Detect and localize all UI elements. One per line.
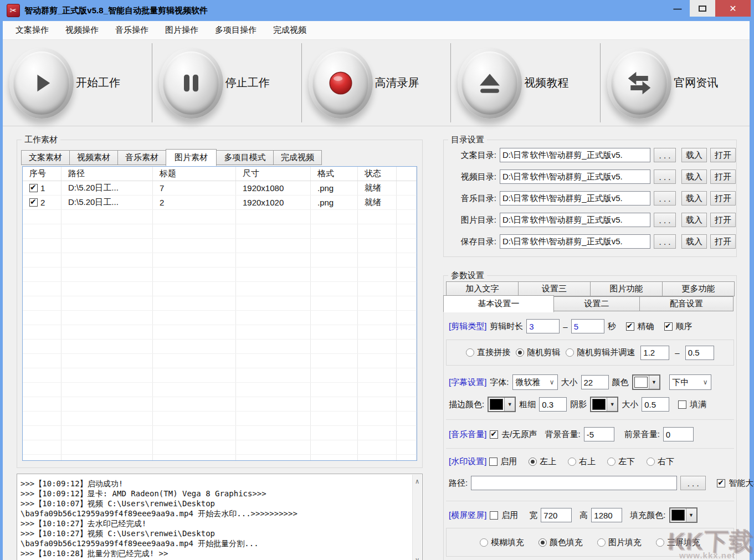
tab-basic-settings-one[interactable]: 基本设置一 (443, 295, 554, 312)
col-index[interactable]: 序号 (23, 167, 61, 181)
col-format[interactable]: 格式 (311, 167, 358, 181)
fill-image-option[interactable]: 图片填充 (597, 537, 642, 548)
tab-multi-project-mode[interactable]: 多项目模式 (216, 150, 274, 165)
fill-blur-option[interactable]: 模糊填充 (480, 537, 524, 548)
tab-finished-video[interactable]: 完成视频 (273, 150, 322, 165)
load-button[interactable]: 载入 (681, 234, 707, 249)
watermark-path-input[interactable] (471, 476, 677, 490)
speed-to-input[interactable] (685, 346, 714, 360)
load-button[interactable]: 载入 (681, 169, 707, 184)
menu-item-copy-ops[interactable]: 文案操作 (7, 25, 57, 35)
video-dir-input[interactable] (500, 169, 650, 184)
radio-image-fill[interactable] (597, 538, 606, 547)
table-row[interactable]: 1 D:\5.20日工... 7 1920x1080 .png 就绪 (23, 181, 417, 196)
mute-checkbox[interactable] (490, 430, 498, 439)
browse-button[interactable]: . . . (654, 213, 676, 227)
radio-random-clip[interactable] (516, 348, 524, 357)
fill-color-option[interactable]: 颜色填充 (538, 537, 583, 548)
mode-random-speed-option[interactable]: 随机剪辑并调速 (566, 347, 635, 358)
col-title[interactable]: 标题 (153, 167, 236, 181)
tab-add-text[interactable]: 加入文字 (446, 281, 519, 296)
browse-button[interactable]: . . . (654, 234, 676, 249)
scroll-up-icon[interactable]: ∧ (415, 476, 419, 486)
screen-height-input[interactable] (591, 508, 622, 522)
menu-item-music-ops[interactable]: 音乐操作 (107, 25, 157, 35)
tab-copy-material[interactable]: 文案素材 (21, 150, 70, 165)
radio-direct-splice[interactable] (466, 348, 474, 357)
table-row[interactable]: 2 D:\5.20日工... 2 1920x1020 .png 就绪 (23, 196, 417, 210)
log-scrollbar[interactable]: ∧ ∨ (412, 475, 422, 560)
minimize-button[interactable]: — (665, 0, 690, 17)
radio-bottom-left[interactable] (607, 458, 615, 466)
menu-item-image-ops[interactable]: 图片操作 (157, 25, 207, 35)
tool-screen-record[interactable]: 高清录屏 (302, 40, 451, 126)
radio-bottom-right[interactable] (647, 458, 655, 466)
tab-more-functions[interactable]: 更多功能 (662, 281, 735, 296)
maximize-button[interactable] (690, 0, 715, 17)
log-output[interactable]: >>>【10:09:12】启动成功! >>>【10:09:12】显卡: AMD … (17, 474, 423, 560)
tab-music-material[interactable]: 音乐素材 (117, 150, 166, 165)
scroll-down-icon[interactable]: ∨ (415, 555, 419, 560)
bg-volume-input[interactable] (584, 427, 614, 441)
accurate-checkbox[interactable] (626, 322, 634, 331)
outline-weight-input[interactable] (539, 397, 567, 412)
menu-item-video-ops[interactable]: 视频操作 (57, 25, 107, 35)
col-path[interactable]: 路径 (61, 167, 153, 181)
tab-image-material[interactable]: 图片素材 (166, 149, 217, 166)
col-status[interactable]: 状态 (358, 167, 397, 181)
fill-full-checkbox[interactable] (678, 400, 686, 409)
fg-volume-input[interactable] (663, 427, 694, 441)
dropdown-arrow-icon[interactable]: ▼ (504, 398, 515, 411)
clip-min-input[interactable] (526, 319, 560, 333)
save-dir-input[interactable] (500, 234, 650, 249)
row-checkbox[interactable] (29, 198, 38, 207)
tool-official-news[interactable]: 官网资讯 (601, 40, 750, 126)
radio-random-speed[interactable] (566, 348, 574, 357)
image-dir-input[interactable] (500, 213, 650, 227)
menu-item-multi-project-ops[interactable]: 多项目操作 (207, 25, 265, 35)
tab-settings-three[interactable]: 设置三 (518, 281, 591, 296)
close-button[interactable]: ✕ (715, 0, 751, 17)
tab-video-material[interactable]: 视频素材 (69, 150, 118, 165)
menu-item-finished-video[interactable]: 完成视频 (265, 25, 315, 35)
load-button[interactable]: 载入 (681, 191, 707, 205)
open-button[interactable]: 打开 (710, 213, 736, 227)
radio-top-right[interactable] (568, 458, 576, 466)
tab-settings-two[interactable]: 设置二 (553, 296, 640, 311)
row-checkbox[interactable] (29, 184, 38, 192)
font-size-input[interactable] (581, 375, 609, 389)
radio-top-left[interactable] (529, 458, 537, 466)
font-color-dropdown[interactable]: ▼ (632, 374, 660, 390)
watermark-enable-checkbox[interactable] (489, 458, 497, 466)
dropdown-arrow-icon[interactable]: ▼ (607, 398, 617, 411)
open-button[interactable]: 打开 (710, 191, 736, 205)
smart-size-checkbox[interactable] (717, 479, 725, 487)
radio-color-fill[interactable] (538, 538, 547, 547)
shadow-size-input[interactable] (642, 397, 669, 412)
tab-dubbing-settings[interactable]: 配音设置 (639, 296, 734, 311)
title-bar[interactable]: ✂ 智动群剪_正式版v5.8_智能自动批量剪辑视频软件 — ✕ (0, 0, 754, 21)
radio-triple-fill[interactable] (656, 538, 664, 547)
screen-enable-checkbox[interactable] (490, 511, 498, 520)
speed-from-input[interactable] (640, 346, 669, 360)
radio-blur-fill[interactable] (480, 538, 488, 547)
shadow-color-dropdown[interactable]: ▼ (590, 397, 618, 412)
sequence-checkbox[interactable] (664, 322, 673, 331)
tool-start-work[interactable]: 开始工作 (3, 40, 152, 126)
copy-dir-input[interactable] (500, 148, 650, 162)
open-button[interactable]: 打开 (710, 148, 736, 162)
screen-width-input[interactable] (541, 508, 572, 522)
music-dir-input[interactable] (500, 191, 650, 205)
load-button[interactable]: 载入 (681, 148, 707, 162)
tool-stop-work[interactable]: 停止工作 (152, 40, 301, 126)
watermark-browse-button[interactable]: . . . (680, 476, 706, 490)
open-button[interactable]: 打开 (710, 169, 736, 184)
browse-button[interactable]: . . . (654, 191, 676, 205)
load-button[interactable]: 载入 (681, 213, 707, 227)
clip-max-input[interactable] (571, 319, 604, 333)
outline-color-dropdown[interactable]: ▼ (488, 397, 516, 412)
mode-direct-option[interactable]: 直接拼接 (466, 347, 510, 358)
subtitle-align-select[interactable]: 下中 ∨ (669, 374, 711, 390)
browse-button[interactable]: . . . (654, 148, 676, 162)
open-button[interactable]: 打开 (710, 234, 736, 249)
